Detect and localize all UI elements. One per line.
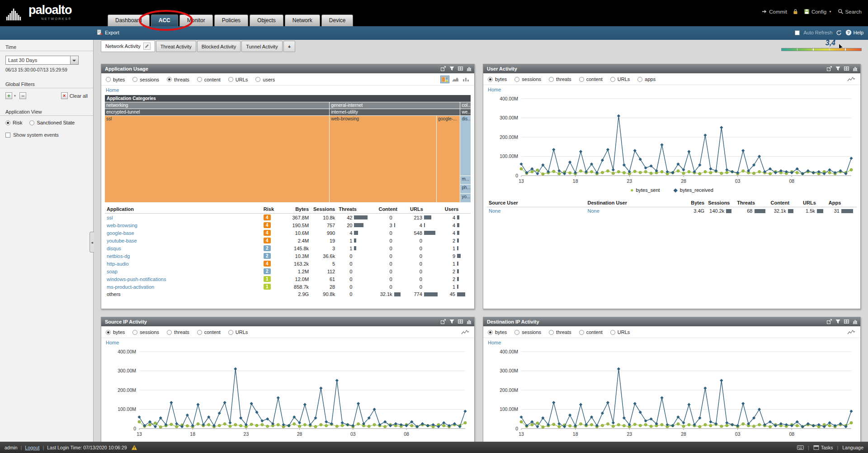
treemap-category-networking[interactable]: networking — [105, 102, 329, 109]
radio-icon[interactable] — [132, 330, 137, 335]
app-link-windows-push-notifications[interactable]: windows-push-notifications — [107, 277, 166, 282]
language-button[interactable]: Language — [842, 445, 863, 450]
app-link-youtube-base[interactable]: youtube-base — [107, 238, 137, 243]
table-view-icon[interactable] — [844, 66, 849, 72]
radio-icon[interactable] — [549, 330, 554, 335]
metric-bytes[interactable]: bytes — [106, 77, 125, 82]
table-view-icon[interactable] — [458, 319, 463, 324]
jump-to-logs-icon[interactable] — [440, 66, 446, 72]
refresh-icon[interactable] — [836, 30, 842, 36]
radio-icon[interactable] — [5, 120, 10, 125]
graph-view-icon[interactable] — [466, 66, 472, 72]
treemap-app-m[interactable]: m... — [460, 176, 471, 185]
graph-view-icon[interactable] — [466, 319, 472, 324]
filter-icon[interactable] — [449, 319, 455, 324]
nav-tab-dashboard[interactable]: Dashboard — [108, 14, 150, 26]
metric-threats[interactable]: threats — [167, 329, 189, 335]
app-link-soap[interactable]: soap — [107, 269, 118, 274]
home-link[interactable]: Home — [101, 86, 123, 94]
legend-bytes-received[interactable]: ◆ bytes_received — [674, 187, 713, 193]
graph-view-icon[interactable] — [852, 319, 858, 324]
treemap-app-yo[interactable]: yo... — [460, 194, 471, 202]
radio-icon[interactable] — [514, 77, 519, 82]
column-header-threats[interactable]: Threats — [337, 205, 377, 214]
treemap-category-general-internet[interactable]: general-internet — [330, 102, 460, 109]
app-link-ssl[interactable]: ssl — [107, 215, 113, 220]
legend-bytes-sent[interactable]: ● bytes_sent — [630, 187, 660, 193]
radio-icon[interactable] — [29, 120, 34, 125]
radio-icon[interactable] — [132, 77, 137, 82]
filter-icon[interactable] — [835, 66, 841, 72]
nav-tab-network[interactable]: Network — [285, 14, 320, 26]
home-link[interactable]: Home — [483, 85, 505, 93]
metric-users[interactable]: users — [255, 77, 275, 82]
treemap-subcategory-encrypted-tunnel[interactable]: encrypted-tunnel — [105, 109, 329, 115]
radio-icon[interactable] — [488, 330, 493, 335]
radio-icon[interactable] — [488, 77, 493, 82]
metric-urls[interactable]: URLs — [228, 329, 248, 335]
line-view-icon[interactable] — [461, 329, 470, 335]
filter-icon[interactable] — [449, 66, 455, 72]
column-header-destination-user[interactable]: Destination User — [586, 199, 680, 207]
acc-tab-tunnel-activity[interactable]: Tunnel Activity — [241, 41, 283, 52]
clear-all-label[interactable]: Clear all — [70, 93, 88, 99]
radio-icon[interactable] — [167, 77, 172, 82]
column-header-content[interactable]: Content — [769, 199, 797, 207]
nav-tab-objects[interactable]: Objects — [250, 14, 283, 26]
config-menu[interactable]: Config ▼ — [804, 9, 832, 14]
app-link-ms-product-activation[interactable]: ms-product-activation — [107, 284, 154, 290]
auto-refresh-checkbox[interactable] — [795, 30, 800, 35]
column-header-threats[interactable]: Threats — [735, 199, 769, 207]
metric-sessions[interactable]: sessions — [514, 76, 541, 82]
column-view-icon[interactable] — [462, 76, 470, 83]
nav-tab-acc[interactable]: ACC — [151, 14, 178, 26]
time-range-dropdown[interactable]: Last 30 Days — [5, 56, 79, 65]
show-system-events-checkbox[interactable] — [5, 133, 10, 138]
edit-tab-icon[interactable] — [143, 43, 151, 50]
metric-bytes[interactable]: bytes — [106, 329, 125, 335]
treemap-app-web-browsing[interactable]: web-browsing — [330, 116, 436, 202]
column-header-urls[interactable]: URLs — [405, 205, 443, 214]
radio-icon[interactable] — [637, 77, 642, 82]
add-tab-button[interactable]: + — [283, 41, 295, 52]
column-header-risk[interactable]: Risk — [262, 205, 281, 214]
app-link-disqus[interactable]: disqus — [107, 246, 121, 251]
metric-threats[interactable]: threats — [549, 329, 571, 335]
commit-button[interactable]: Commit — [761, 9, 787, 14]
metric-sessions[interactable]: sessions — [132, 77, 159, 82]
metric-bytes[interactable]: bytes — [488, 329, 507, 335]
logout-link[interactable]: Logout — [25, 445, 39, 450]
graph-view-icon[interactable] — [852, 66, 858, 72]
metric-sessions[interactable]: sessions — [514, 329, 541, 335]
view-option-risk[interactable]: Risk — [5, 120, 22, 125]
treemap-view-icon[interactable] — [441, 76, 449, 83]
home-link[interactable]: Home — [483, 338, 505, 346]
column-header-source-user[interactable]: Source User — [487, 199, 586, 207]
treemap-subcategory-we[interactable]: we... — [460, 109, 471, 115]
remove-filter-button[interactable]: − — [19, 92, 26, 99]
metric-content[interactable]: content — [579, 76, 603, 82]
column-header-users[interactable]: Users — [443, 205, 471, 214]
treemap-category-col[interactable]: col... — [460, 102, 471, 109]
nav-tab-device[interactable]: Device — [321, 14, 354, 26]
warning-icon[interactable] — [131, 445, 137, 450]
clear-all-button[interactable]: × — [61, 92, 68, 99]
filter-icon[interactable] — [835, 319, 841, 324]
user-link-none[interactable]: None — [489, 208, 500, 214]
radio-icon[interactable] — [579, 77, 584, 82]
column-header-content[interactable]: Content — [377, 205, 405, 214]
metric-urls[interactable]: URLs — [610, 76, 630, 82]
metric-bytes[interactable]: bytes — [488, 76, 507, 82]
area-view-icon[interactable] — [451, 76, 459, 83]
line-view-icon[interactable] — [847, 329, 856, 335]
jump-to-logs-icon[interactable] — [826, 319, 832, 324]
metric-content[interactable]: content — [579, 329, 603, 335]
metric-apps[interactable]: apps — [637, 76, 656, 82]
column-header-sessions[interactable]: Sessions — [706, 199, 735, 207]
help-button[interactable]: ? Help — [845, 29, 863, 36]
metric-content[interactable]: content — [197, 77, 221, 82]
nav-tab-monitor[interactable]: Monitor — [179, 14, 213, 26]
treemap-app-ssl[interactable]: ssl — [105, 116, 329, 202]
acc-tab-blocked-activity[interactable]: Blocked Activity — [197, 41, 241, 52]
home-link[interactable]: Home — [101, 338, 123, 346]
